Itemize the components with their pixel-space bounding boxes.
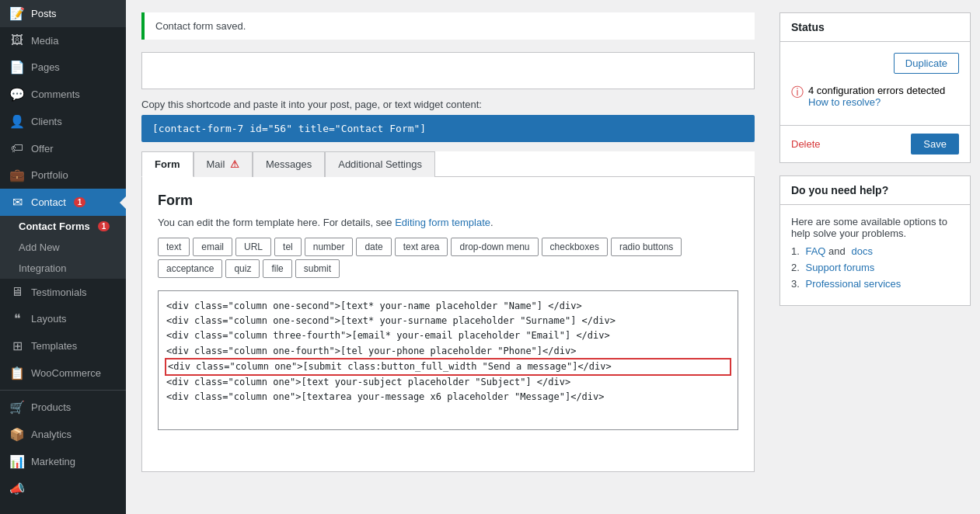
help-item-3: 3. Professional services <box>791 278 959 290</box>
tag-btn-file[interactable]: file <box>263 259 291 278</box>
sidebar-item-label: Layouts <box>31 313 67 325</box>
offer-icon: 🏷 <box>9 141 25 155</box>
delete-save-bar: Delete Save <box>780 125 970 162</box>
help-item-2: 2. Support forums <box>791 262 959 273</box>
portfolio-icon: 💼 <box>9 168 25 182</box>
code-line-5: <div class="column one">[text your-subje… <box>166 375 730 390</box>
resolve-link[interactable]: How to resolve? <box>808 96 881 108</box>
shortcode-value[interactable]: [contact-form-7 id="56" title="Contact F… <box>141 115 755 142</box>
sidebar-item-posts[interactable]: 📝 Posts <box>0 0 126 27</box>
sidebar-item-label: Posts <box>31 8 57 19</box>
tab-additional-settings-label: Additional Settings <box>338 158 422 170</box>
code-editor[interactable]: <div class="column one-second">[text* yo… <box>158 290 738 430</box>
active-indicator <box>120 196 126 209</box>
sidebar-item-label: Pages <box>31 61 60 73</box>
sidebar-item-label: Marketing <box>31 456 75 467</box>
mail-warning-icon: ⚠ <box>230 158 239 170</box>
testimonials-icon: ❝ <box>9 311 25 326</box>
sidebar-item-integration[interactable]: Integration <box>0 258 126 279</box>
tag-btn-tel[interactable]: tel <box>274 238 302 256</box>
tag-btn-acceptance[interactable]: acceptance <box>158 259 222 278</box>
tag-btn-url[interactable]: URL <box>235 238 271 256</box>
tag-btn-dropdown[interactable]: drop-down menu <box>451 238 538 256</box>
tab-additional-settings[interactable]: Additional Settings <box>325 151 435 177</box>
contact-badge: 1 <box>74 197 86 207</box>
sidebar-item-portfolio[interactable]: 💼 Portfolio <box>0 161 126 189</box>
sidebar-item-woocommerce[interactable]: 🛒 Products <box>0 394 126 421</box>
pages-icon: 📄 <box>9 60 25 75</box>
sidebar-item-label: Comments <box>31 89 80 100</box>
tag-btn-submit[interactable]: submit <box>295 259 340 278</box>
sidebar-item-media[interactable]: 🖼 Media <box>0 27 126 54</box>
status-metabox: Status Duplicate ⓘ 4 configuration error… <box>779 12 971 163</box>
tag-btn-textarea[interactable]: text area <box>395 238 448 256</box>
faq-link[interactable]: FAQ <box>805 245 825 257</box>
shortcode-label: Copy this shortcode and paste it into yo… <box>141 99 755 110</box>
contact-forms-badge: 1 <box>98 221 110 231</box>
analytics-icon: 📊 <box>9 454 25 469</box>
sidebar-item-contact-forms[interactable]: Contact Forms 1 <box>0 216 126 237</box>
layouts-icon: ⊞ <box>9 339 25 353</box>
tag-btn-radio[interactable]: radio buttons <box>611 238 682 256</box>
sidebar-item-templates[interactable]: 📋 WooCommerce <box>0 359 126 387</box>
sidebar-item-label: Portfolio <box>31 169 68 181</box>
sidebar-item-offer[interactable]: 🏷 Offer <box>0 135 126 161</box>
sidebar-item-slides[interactable]: 🖥 Testimonials <box>0 279 126 305</box>
sidebar-item-label: Templates <box>31 340 77 352</box>
duplicate-button[interactable]: Duplicate <box>894 53 959 74</box>
sidebar-item-products[interactable]: 📦 Analytics <box>0 421 126 448</box>
config-error: ⓘ 4 configuration errors detected How to… <box>791 85 959 108</box>
delete-link[interactable]: Delete <box>791 138 821 150</box>
right-panel: Status Duplicate ⓘ 4 configuration error… <box>770 0 980 514</box>
sidebar-item-label: Clients <box>31 116 62 127</box>
form-title-input[interactable]: Contact Form <box>153 61 743 81</box>
help-metabox: Do you need help? Here are some availabl… <box>779 175 971 306</box>
tag-btn-quiz[interactable]: quiz <box>225 259 260 278</box>
tab-form-label: Form <box>155 158 180 170</box>
tag-btn-checkboxes[interactable]: checkboxes <box>542 238 608 256</box>
sidebar-item-contact[interactable]: ✉ Contact 1 <box>0 189 126 216</box>
code-line-0: <div class="column one-second">[text* yo… <box>166 299 730 314</box>
form-title-bar: Contact Form <box>141 52 755 89</box>
tag-btn-text[interactable]: text <box>158 238 190 256</box>
sidebar-item-testimonials[interactable]: ❝ Layouts <box>0 305 126 332</box>
integration-label: Integration <box>19 262 66 274</box>
tab-form[interactable]: Form <box>141 151 194 177</box>
sidebar-item-add-new[interactable]: Add New <box>0 237 126 258</box>
sidebar: 📝 Posts 🖼 Media 📄 Pages 💬 Comments 👤 Cli… <box>0 0 126 514</box>
tag-btn-number[interactable]: number <box>305 238 354 256</box>
success-notice: Contact form saved. <box>141 12 755 40</box>
sidebar-item-label: Contact <box>31 196 66 208</box>
tag-btn-date[interactable]: date <box>356 238 391 256</box>
media-icon: 🖼 <box>9 33 25 47</box>
sidebar-item-comments[interactable]: 💬 Comments <box>0 81 126 108</box>
sidebar-item-label: Testimonials <box>31 287 87 298</box>
sidebar-item-pages[interactable]: 📄 Pages <box>0 54 126 81</box>
contact-submenu: Contact Forms 1 Add New Integration <box>0 216 126 279</box>
tag-btn-email[interactable]: email <box>193 238 232 256</box>
sidebar-item-layouts[interactable]: ⊞ Templates <box>0 332 126 359</box>
help-metabox-body: Here are some available options to help … <box>780 205 970 305</box>
marketing-icon: 📣 <box>9 481 25 496</box>
sidebar-item-label: Analytics <box>31 429 71 440</box>
support-forums-link[interactable]: Support forums <box>805 262 874 273</box>
docs-link[interactable]: docs <box>851 245 872 257</box>
code-line-1: <div class="column one-second">[text* yo… <box>166 314 730 328</box>
tab-mail[interactable]: Mail ⚠ <box>194 151 253 177</box>
tab-mail-label: Mail <box>207 158 225 170</box>
posts-icon: 📝 <box>9 6 25 21</box>
professional-services-link[interactable]: Professional services <box>805 278 901 290</box>
sidebar-divider <box>0 390 126 391</box>
templates-icon: 📋 <box>9 366 25 380</box>
sidebar-item-label: WooCommerce <box>31 367 101 379</box>
save-button[interactable]: Save <box>911 134 959 155</box>
tab-messages-label: Messages <box>266 158 312 170</box>
help-item-1: 1. FAQ and docs <box>791 245 959 257</box>
editing-template-link[interactable]: Editing form template <box>395 217 490 228</box>
tab-messages[interactable]: Messages <box>253 151 325 177</box>
sidebar-item-clients[interactable]: 👤 Clients <box>0 108 126 135</box>
sidebar-item-marketing[interactable]: 📣 <box>0 475 126 502</box>
status-metabox-header: Status <box>780 13 970 42</box>
sidebar-item-analytics[interactable]: 📊 Marketing <box>0 448 126 475</box>
error-count-text: 4 configuration errors detected <box>808 85 945 96</box>
